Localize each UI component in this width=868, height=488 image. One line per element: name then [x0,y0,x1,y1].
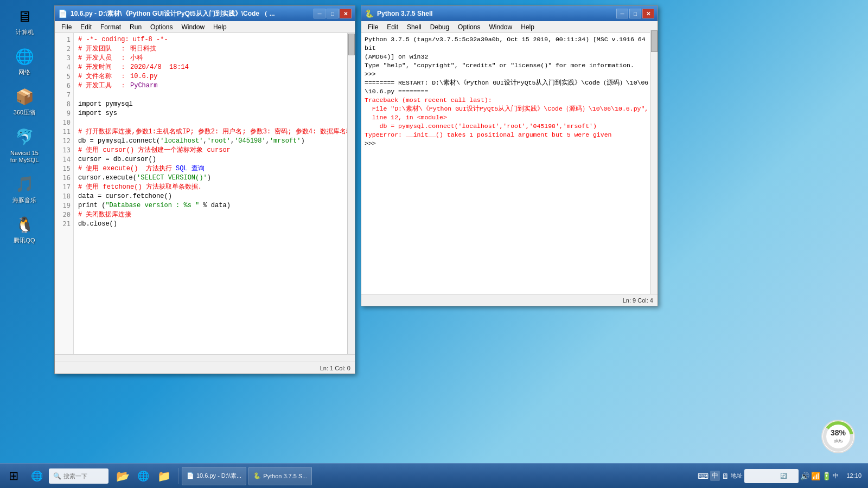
shell-status-text: Ln: 9 Col: 4 [623,297,653,304]
icon-network[interactable]: 🌐 网络 [5,46,43,76]
editor-content-area: 12345 678910 1112131415 1617181920 21 # … [55,33,355,354]
icon-360zip[interactable]: 📦 360压缩 [5,86,43,116]
shell-scrollbar-thumb[interactable] [651,33,658,52]
taskbar-ie2-btn[interactable]: 🌐 [133,466,153,486]
clock-time: 12:10 [846,472,861,480]
qq-label: 腾讯QQ [14,237,35,244]
icon-computer[interactable]: 🖥 计算机 [5,5,43,36]
shell-menu-shell[interactable]: Shell [403,22,426,32]
taskbar-quick-launch: 📂 🌐 📁 [111,466,176,486]
windows-icon: ⊞ [9,469,18,483]
shell-title-text: Python 3.7.5 Shell [377,10,616,17]
qq-icon: 🐧 [14,214,35,235]
editor-menubar: File Edit Format Run Options Window Help [55,21,355,33]
shell-menu-options[interactable]: Options [454,22,484,32]
shell-window-controls: ─ □ ✕ [616,9,654,18]
volume-icon[interactable]: 🔊 [800,472,809,480]
desktop-icons-left: 🖥 计算机 🌐 网络 📦 360压缩 🐬 Navicat 15 for MySQ… [5,5,43,244]
ime-indicator[interactable]: 中 [710,471,720,481]
editor-menu-run[interactable]: Run [125,22,146,32]
battery-icon[interactable]: 🔋 [822,472,831,480]
editor-statusbar: Ln: 1 Col: 0 [55,362,355,374]
gauge-label: ok/s [834,438,843,444]
search-glass-icon: 🔍 [53,472,61,480]
shell-statusbar: Ln: 9 Col: 4 [361,294,658,306]
editor-menu-format[interactable]: Format [96,22,125,32]
taskbar-shell-label: Python 3.7.5 S... [263,473,307,479]
shell-output-text[interactable]: Python 3.7.5 (tags/v3.7.5:5c02a39a0b, Oc… [361,33,658,294]
taskbar-shell-icon: 🐍 [253,472,261,479]
icon-qq[interactable]: 🐧 腾讯QQ [5,214,43,244]
shell-titlebar[interactable]: 🐍 Python 3.7.5 Shell ─ □ ✕ [361,6,658,21]
taskbar: ⊞ 🌐 🔍 📂 🌐 📁 📄 10.6.py - D:\\素... 🐍 Pytho… [0,463,868,488]
computer-icon: 🖥 [14,5,35,27]
shell-menu-help[interactable]: Help [516,22,539,32]
shell-minimize-btn[interactable]: ─ [616,9,628,18]
taskbar-folder-btn[interactable]: 📂 [113,466,132,486]
navicat-label: Navicat 15 for MySQL [10,150,39,164]
editor-menu-file[interactable]: File [57,22,76,32]
editor-close-btn[interactable]: ✕ [340,9,352,18]
zip-icon: 📦 [14,86,35,107]
taskbar-search-box[interactable]: 🔍 [49,468,108,484]
editor-scrollbar-thumb[interactable] [348,34,355,55]
desktop-show-icon[interactable]: 🖥 [722,472,729,480]
editor-menu-options[interactable]: Options [146,22,177,32]
network-tray-icon[interactable]: 📶 [811,472,820,480]
editor-title-text: 10.6.py - D:\素材\《Python GUI设计PyQt5从入门到实践… [71,9,314,18]
editor-maximize-btn[interactable]: □ [327,9,339,18]
editor-status-text: Ln: 1 Col: 0 [320,365,350,371]
editor-menu-window[interactable]: Window [177,22,209,32]
address-bar: 🔄 [744,469,799,483]
system-clock[interactable]: 12:10 [844,472,864,480]
taskbar-editor-icon: 📄 [187,472,194,479]
music-label: 海豚音乐 [12,197,36,204]
shell-window: 🐍 Python 3.7.5 Shell ─ □ ✕ File Edit She… [361,5,658,306]
start-button[interactable]: ⊞ [0,464,27,489]
shell-menu-debug[interactable]: Debug [426,22,454,32]
editor-titlebar[interactable]: 📄 10.6.py - D:\素材\《Python GUI设计PyQt5从入门到… [55,6,355,21]
taskbar-right-area: ⌨ 中 🖥 地址 🔄 🔊 📶 🔋 中 12:10 [695,469,868,483]
line-numbers: 12345 678910 1112131415 1617181920 21 [55,33,74,354]
shell-title-icon: 🐍 [365,9,374,18]
shell-menu-file[interactable]: File [363,22,382,32]
shell-menu-window[interactable]: Window [484,22,516,32]
shell-close-btn[interactable]: ✕ [642,9,654,18]
editor-scrollbar-v[interactable] [347,33,355,354]
shell-menubar: File Edit Shell Debug Options Window Hel… [361,21,658,33]
icon-music[interactable]: 🎵 海豚音乐 [5,174,43,204]
shell-content-area: Python 3.7.5 (tags/v3.7.5:5c02a39a0b, Oc… [361,33,658,294]
icon-navicat[interactable]: 🐬 Navicat 15 for MySQL [5,126,43,164]
desktop: 🖥 计算机 🌐 网络 📦 360压缩 🐬 Navicat 15 for MySQ… [0,0,868,488]
network-label: 网络 [18,69,30,76]
gauge-circle: 38% ok/s [819,418,857,455]
editor-window-controls: ─ □ ✕ [314,9,352,18]
editor-title-icon: 📄 [58,9,67,18]
keyboard-tray-icon[interactable]: ⌨ [698,472,709,480]
editor-scrollbar-h[interactable] [55,354,355,362]
search-input[interactable] [63,473,101,479]
music-icon: 🎵 [14,174,35,195]
navicat-icon: 🐬 [14,126,35,148]
gauge-percent: 38% [831,428,846,437]
shell-maximize-btn[interactable]: □ [629,9,641,18]
editor-menu-edit[interactable]: Edit [76,22,96,32]
taskbar-ie-btn[interactable]: 🌐 [27,466,47,486]
editor-menu-help[interactable]: Help [209,22,231,32]
code-text-area[interactable]: # -*- coding: utf-8 -*- # 开发团队 ： 明日科技 # … [74,33,347,354]
network-icon: 🌐 [14,46,35,67]
shell-menu-edit[interactable]: Edit [382,22,403,32]
computer-label: 计算机 [16,29,34,36]
notification-area: ⌨ 中 🖥 地址 🔄 🔊 📶 🔋 中 [695,469,841,483]
zip-label: 360压缩 [14,109,35,116]
taskbar-open-shell[interactable]: 🐍 Python 3.7.5 S... [248,467,312,485]
network-type-text: 中 [833,472,839,480]
address-input[interactable] [748,473,780,479]
editor-minimize-btn[interactable]: ─ [314,9,326,18]
address-refresh-icon[interactable]: 🔄 [780,473,787,479]
shell-scrollbar-v[interactable] [650,33,658,294]
address-text: 地址 [731,472,743,480]
taskbar-open-editor[interactable]: 📄 10.6.py - D:\\素... [182,467,246,485]
taskbar-editor-label: 10.6.py - D:\\素... [196,472,241,480]
taskbar-folder2-btn[interactable]: 📁 [154,466,174,486]
